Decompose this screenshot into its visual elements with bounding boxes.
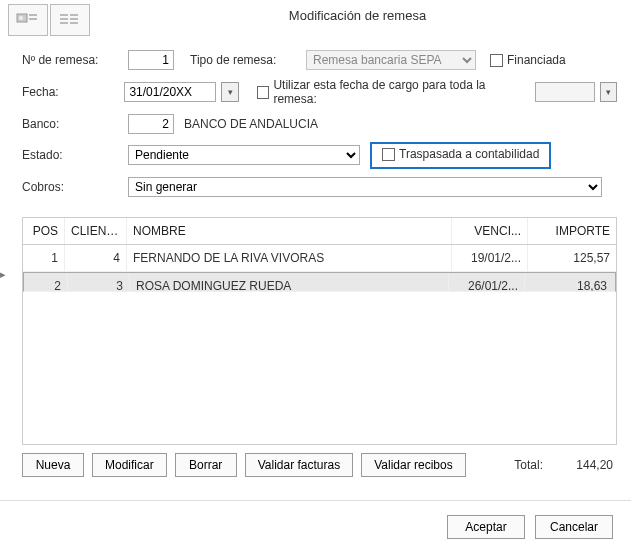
date-picker-icon[interactable]: ▾ bbox=[221, 82, 238, 102]
input-banco-num[interactable] bbox=[128, 114, 174, 134]
select-tipo-remesa[interactable]: Remesa bancaria SEPA bbox=[306, 50, 476, 70]
svg-rect-9 bbox=[70, 22, 78, 24]
btn-borrar[interactable]: Borrar bbox=[175, 453, 237, 477]
label-cobros: Cobros: bbox=[22, 180, 122, 194]
checkbox-usar-fecha[interactable]: Utilizar esta fecha de cargo para toda l… bbox=[257, 78, 523, 106]
btn-validar-facturas[interactable]: Validar facturas bbox=[245, 453, 353, 477]
input-num-remesa[interactable] bbox=[128, 50, 174, 70]
date-cargo-picker-icon[interactable]: ▾ bbox=[600, 82, 617, 102]
col-venci[interactable]: VENCI... bbox=[452, 218, 528, 244]
remesa-table: POS CLIENTE NOMBRE VENCI... IMPORTE 14FE… bbox=[22, 217, 617, 445]
value-total: 144,20 bbox=[557, 458, 617, 472]
window-title: Modificación de remesa bbox=[92, 4, 623, 23]
input-fecha[interactable] bbox=[124, 82, 216, 102]
col-pos[interactable]: POS bbox=[23, 218, 65, 244]
highlight-traspasada: Traspasada a contabilidad bbox=[370, 142, 551, 169]
svg-rect-3 bbox=[29, 18, 37, 20]
select-cobros[interactable]: Sin generar bbox=[128, 177, 602, 197]
text-banco-nombre: BANCO DE ANDALUCIA bbox=[180, 117, 318, 131]
svg-rect-6 bbox=[60, 22, 68, 24]
label-num-remesa: Nº de remesa: bbox=[22, 53, 122, 67]
label-total: Total: bbox=[514, 458, 543, 472]
input-fecha-cargo bbox=[535, 82, 595, 102]
label-traspasada: Traspasada a contabilidad bbox=[399, 147, 539, 161]
checkbox-financiada[interactable]: Financiada bbox=[490, 53, 566, 67]
toolbar-icon-2[interactable] bbox=[50, 4, 90, 36]
svg-rect-8 bbox=[70, 18, 78, 20]
table-row[interactable]: 14FERNANDO DE LA RIVA VIVORAS19/01/2...1… bbox=[23, 245, 616, 272]
toolbar-icon-1[interactable] bbox=[8, 4, 48, 36]
btn-modificar[interactable]: Modificar bbox=[92, 453, 167, 477]
label-fecha: Fecha: bbox=[22, 85, 118, 99]
col-cliente[interactable]: CLIENTE bbox=[65, 218, 127, 244]
svg-rect-2 bbox=[29, 14, 37, 16]
svg-rect-7 bbox=[70, 14, 78, 16]
label-tipo-remesa: Tipo de remesa: bbox=[190, 53, 300, 67]
label-financiada: Financiada bbox=[507, 53, 566, 67]
label-usar-fecha: Utilizar esta fecha de cargo para toda l… bbox=[273, 78, 522, 106]
btn-validar-recibos[interactable]: Validar recibos bbox=[361, 453, 465, 477]
label-estado: Estado: bbox=[22, 148, 122, 162]
table-row[interactable]: 23ROSA DOMINGUEZ RUEDA26/01/2...18,63 bbox=[23, 272, 616, 292]
checkbox-traspasada[interactable]: Traspasada a contabilidad bbox=[382, 147, 539, 161]
svg-rect-4 bbox=[60, 14, 68, 16]
col-nombre[interactable]: NOMBRE bbox=[127, 218, 452, 244]
label-banco: Banco: bbox=[22, 117, 122, 131]
col-importe[interactable]: IMPORTE bbox=[528, 218, 616, 244]
btn-nueva[interactable]: Nueva bbox=[22, 453, 84, 477]
scroll-left-indicator: ▸ bbox=[0, 268, 6, 281]
svg-point-1 bbox=[19, 16, 23, 20]
select-estado[interactable]: Pendiente bbox=[128, 145, 360, 165]
svg-rect-5 bbox=[60, 18, 68, 20]
